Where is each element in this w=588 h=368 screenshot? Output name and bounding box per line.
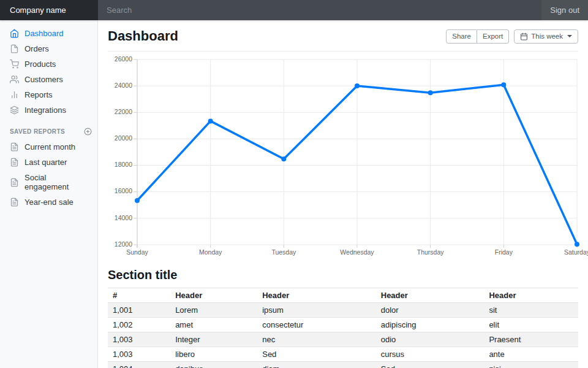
table-cell: 1,003	[108, 332, 170, 347]
file-text-icon	[10, 197, 19, 207]
axis-tick-label: Thursday	[417, 248, 445, 256]
sidebar-item-dashboard[interactable]: Dashboard	[0, 26, 98, 41]
sidebar-item-label: Orders	[24, 44, 49, 53]
home-icon	[10, 29, 19, 38]
chart-point	[355, 83, 360, 88]
search-input[interactable]	[98, 0, 541, 20]
saved-reports-title: Saved reports	[10, 128, 65, 135]
file-text-icon	[10, 178, 19, 187]
line-chart-svg: 1200014000160001800020000220002400026000…	[108, 55, 578, 258]
axis-tick-label: 26000	[115, 55, 132, 63]
chart-point	[135, 198, 140, 203]
axis-tick-label: Wednesday	[340, 248, 374, 256]
table-cell: 1,004	[108, 362, 170, 368]
table-cell: 1,003	[108, 347, 170, 362]
sidebar-item-social-engagement[interactable]: Social engagement	[0, 170, 98, 194]
sidebar-item-products[interactable]: Products	[0, 56, 98, 72]
users-icon	[10, 75, 19, 84]
table-cell: ipsum	[257, 303, 376, 318]
axis-tick-label: Monday	[199, 248, 222, 256]
table-cell: 1,002	[108, 318, 170, 332]
axis-tick-label: Sunday	[126, 248, 148, 256]
table-cell: dapibus	[170, 362, 257, 368]
sidebar: DashboardOrdersProductsCustomersReportsI…	[0, 20, 98, 368]
table-head: #HeaderHeaderHeaderHeader	[108, 288, 578, 303]
page-header: Dashboard Share Export This week	[108, 20, 578, 52]
period-label: This week	[531, 33, 563, 40]
axis-tick-label: 24000	[115, 82, 132, 89]
period-dropdown[interactable]: This week	[514, 29, 578, 44]
sidebar-item-year-end-sale[interactable]: Year-end sale	[0, 194, 98, 210]
sidebar-item-label: Reports	[24, 90, 53, 99]
export-button[interactable]: Export	[477, 29, 509, 44]
table-cell: elit	[484, 318, 578, 332]
table-cell: Sed	[376, 362, 484, 368]
file-icon	[10, 44, 19, 53]
table-row: 1,003liberoSedcursusante	[108, 347, 578, 362]
page-title: Dashboard	[108, 28, 178, 44]
axis-tick-label: 14000	[115, 214, 132, 221]
axis-tick-label: Tuesday	[271, 248, 296, 256]
sign-out-link[interactable]: Sign out	[541, 0, 588, 20]
table-cell: adipiscing	[376, 318, 484, 332]
calendar-icon	[520, 33, 528, 40]
sidebar-item-reports[interactable]: Reports	[0, 87, 98, 102]
table-cell: Lorem	[170, 303, 257, 318]
table-cell: dolor	[376, 303, 484, 318]
chart-point	[575, 242, 579, 247]
app-window: Company name Sign out DashboardOrdersPro…	[0, 0, 588, 368]
table-cell: diam	[257, 362, 376, 368]
top-navbar: Company name Sign out	[0, 0, 588, 20]
plus-circle-icon[interactable]	[84, 128, 92, 136]
data-table: #HeaderHeaderHeaderHeader 1,001Loremipsu…	[108, 288, 578, 368]
sidebar-item-label: Social engagement	[24, 173, 88, 191]
file-text-icon	[10, 142, 19, 151]
table-header-cell: Header	[376, 288, 484, 303]
share-button[interactable]: Share	[446, 29, 477, 44]
share-export-group: Share Export	[446, 29, 509, 44]
sidebar-item-orders[interactable]: Orders	[0, 41, 98, 56]
table-cell: consectetur	[257, 318, 376, 332]
brand-link[interactable]: Company name	[0, 0, 98, 20]
section-title: Section title	[108, 268, 578, 282]
sidebar-item-label: Current month	[24, 142, 75, 151]
table-row: 1,001Loremipsumdolorsit	[108, 303, 578, 318]
table-body: 1,001Loremipsumdolorsit1,002ametconsecte…	[108, 303, 578, 368]
table-cell: Sed	[257, 347, 376, 362]
table-cell: Praesent	[484, 332, 578, 347]
sidebar-item-last-quarter[interactable]: Last quarter	[0, 155, 98, 170]
sidebar-item-label: Year-end sale	[24, 197, 74, 207]
table-cell: libero	[170, 347, 257, 362]
sidebar-item-integrations[interactable]: Integrations	[0, 102, 98, 118]
table-header-cell: #	[108, 288, 170, 303]
table-row: 1,002ametconsecteturadipiscingelit	[108, 318, 578, 332]
sales-line-chart: 1200014000160001800020000220002400026000…	[108, 55, 578, 258]
chart-point	[208, 118, 213, 123]
chart-point	[428, 90, 433, 95]
toolbar: Share Export This week	[446, 29, 578, 44]
table-cell: amet	[170, 318, 257, 332]
table-row: 1,003IntegernecodioPraesent	[108, 332, 578, 347]
table-row: 1,004dapibusdiamSednisi	[108, 362, 578, 368]
file-text-icon	[10, 158, 19, 167]
layers-icon	[10, 105, 19, 115]
table-cell: nisi	[484, 362, 578, 368]
table-header-cell: Header	[257, 288, 376, 303]
sidebar-item-label: Last quarter	[24, 158, 67, 167]
table-header-cell: Header	[170, 288, 257, 303]
chart-point	[281, 156, 286, 161]
axis-tick-label: Friday	[495, 248, 513, 256]
sidebar-item-label: Customers	[24, 75, 63, 84]
saved-reports-header: Saved reports	[0, 118, 98, 139]
sidebar-item-customers[interactable]: Customers	[0, 72, 98, 87]
table-cell: sit	[484, 303, 578, 318]
table-cell: ante	[484, 347, 578, 362]
saved-reports-list: Current monthLast quarterSocial engageme…	[0, 139, 98, 210]
sidebar-item-current-month[interactable]: Current month	[0, 139, 98, 155]
table-cell: nec	[257, 332, 376, 347]
sidebar-nav: DashboardOrdersProductsCustomersReportsI…	[0, 26, 98, 118]
table-cell: 1,001	[108, 303, 170, 318]
sidebar-item-label: Products	[24, 59, 56, 69]
caret-down-icon	[567, 35, 572, 37]
axis-tick-label: 16000	[115, 187, 132, 194]
